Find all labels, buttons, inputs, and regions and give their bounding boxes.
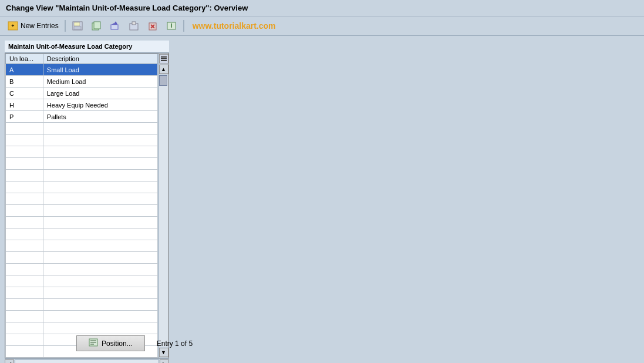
scroll-left-button[interactable]: ◀: [5, 359, 14, 364]
table-row-empty: [6, 299, 158, 311]
cell-key-empty: [6, 311, 43, 322]
cell-desc-empty: [43, 311, 157, 322]
entry-info: Entry 1 of 5: [157, 340, 193, 348]
cell-desc-empty: [43, 217, 157, 228]
table-section: Maintain Unit-of-Measure Load Category U…: [5, 41, 169, 363]
position-button[interactable]: Position...: [76, 335, 145, 351]
cell-key: C: [6, 88, 43, 99]
svg-rect-6: [94, 22, 100, 29]
window-title: Change View "Maintain Unit-of-Measure Lo…: [0, 0, 644, 16]
table-header: Un loa... Description: [6, 54, 158, 64]
cell-desc-empty: [43, 228, 157, 240]
table-row-empty: [6, 158, 158, 170]
svg-rect-17: [161, 60, 167, 61]
table-row-empty: [6, 228, 158, 240]
table-row[interactable]: CLarge Load: [6, 88, 158, 99]
toolbar: + New Entries: [0, 16, 644, 36]
table-row-empty: [6, 170, 158, 182]
cell-key-empty: [6, 252, 43, 264]
col-header-desc: Description: [43, 54, 157, 64]
table-row-empty: [6, 146, 158, 158]
table-row[interactable]: ASmall Load: [6, 64, 158, 76]
cell-key-empty: [6, 193, 43, 205]
position-icon: [89, 338, 98, 348]
position-btn-label: Position...: [102, 340, 133, 348]
table-row[interactable]: HHeavy Equip Needed: [6, 99, 158, 111]
svg-rect-16: [161, 58, 167, 59]
delete-icon: [147, 20, 159, 32]
cell-key-empty: [6, 275, 43, 287]
cell-key-empty: [6, 287, 43, 299]
cell-description: Heavy Equip Needed: [43, 99, 157, 111]
table-row-empty: [6, 240, 158, 252]
cell-key-empty: [6, 146, 43, 158]
table-row[interactable]: PPallets: [6, 111, 158, 123]
cell-description: Medium Load: [43, 76, 157, 88]
table-section-title: Maintain Unit-of-Measure Load Category: [5, 41, 169, 53]
svg-rect-15: [161, 56, 167, 58]
cell-desc-empty: [43, 252, 157, 264]
save-button[interactable]: [69, 19, 86, 33]
table-row-empty: [6, 182, 158, 193]
undo-button[interactable]: [107, 19, 123, 33]
cell-key: P: [6, 111, 43, 123]
paste-button[interactable]: [126, 19, 142, 33]
table-row[interactable]: BMedium Load: [6, 76, 158, 88]
svg-rect-4: [74, 26, 81, 29]
cell-desc-empty: [43, 146, 157, 158]
new-entries-icon: +: [7, 20, 19, 32]
table-outer: Un loa... Description ASmall LoadBMedium…: [5, 53, 169, 358]
paste-icon: [128, 20, 140, 32]
new-entries-button[interactable]: + New Entries: [5, 19, 61, 33]
svg-rect-3: [74, 22, 80, 26]
footer: Position... Entry 1 of 5: [0, 335, 644, 351]
horizontal-scrollbar[interactable]: ◀ ▶: [5, 358, 169, 363]
cell-key-empty: [6, 299, 43, 311]
table-row-empty: [6, 322, 158, 334]
svg-rect-7: [111, 25, 118, 29]
table-row-empty: [6, 135, 158, 146]
scroll-up-button[interactable]: ▲: [159, 65, 168, 74]
table-row-empty: [6, 217, 158, 228]
cell-desc-empty: [43, 275, 157, 287]
copy-icon: [90, 20, 102, 32]
cell-desc-empty: [43, 170, 157, 182]
info-icon: i: [166, 20, 177, 32]
toolbar-sep-2: [183, 20, 184, 32]
toolbar-sep-1: [65, 20, 66, 32]
cell-desc-empty: [43, 287, 157, 299]
table-body: ASmall LoadBMedium LoadCLarge LoadHHeavy…: [6, 64, 158, 358]
cell-key: B: [6, 76, 43, 88]
vertical-scrollbar[interactable]: ▲ ▼: [158, 53, 168, 358]
cell-desc-empty: [43, 135, 157, 146]
info-button[interactable]: i: [163, 19, 180, 33]
scroll-thumb: [159, 75, 167, 86]
cell-desc-empty: [43, 182, 157, 193]
scroll-track: [159, 75, 168, 347]
table-row-empty: [6, 205, 158, 217]
scroll-right-button[interactable]: ▶: [160, 359, 169, 364]
cell-desc-empty: [43, 123, 157, 135]
delete-button[interactable]: [144, 19, 161, 33]
save-icon: [72, 20, 83, 32]
cell-key-empty: [6, 182, 43, 193]
svg-text:i: i: [170, 22, 172, 29]
svg-text:+: +: [11, 23, 14, 29]
cell-key-empty: [6, 205, 43, 217]
cell-description: Small Load: [43, 64, 157, 76]
table-row-empty: [6, 311, 158, 322]
cell-desc-empty: [43, 158, 157, 170]
copy-button[interactable]: [88, 19, 104, 33]
table-inner: Un loa... Description ASmall LoadBMedium…: [5, 53, 158, 358]
cell-desc-empty: [43, 264, 157, 275]
cell-key-empty: [6, 123, 43, 135]
table-row-empty: [6, 287, 158, 299]
new-entries-label: New Entries: [21, 22, 59, 30]
table-row-empty: [6, 264, 158, 275]
column-settings-button[interactable]: [159, 54, 168, 63]
cell-key-empty: [6, 240, 43, 252]
svg-rect-9: [132, 22, 136, 25]
table-row-empty: [6, 252, 158, 264]
cell-key-empty: [6, 217, 43, 228]
cell-key: H: [6, 99, 43, 111]
